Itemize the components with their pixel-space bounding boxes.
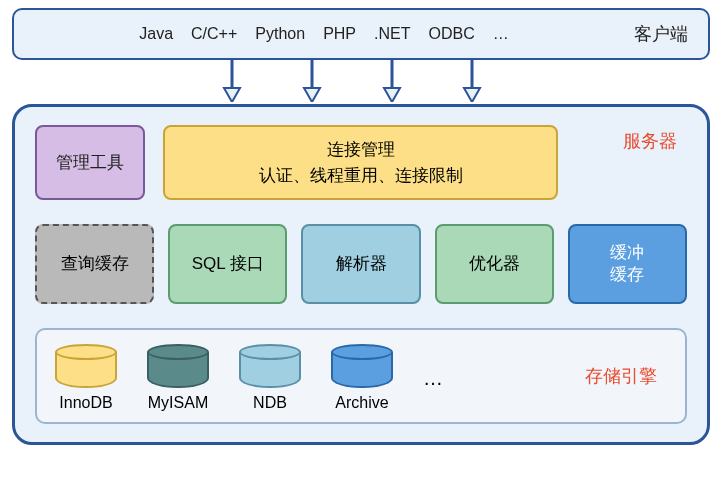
- arrows-row: [12, 60, 710, 104]
- engine-innodb: InnoDB: [55, 344, 117, 412]
- engine-label: InnoDB: [59, 394, 112, 412]
- client-title: 客户端: [634, 22, 688, 46]
- conn-mgr-desc: 认证、线程重用、连接限制: [259, 163, 463, 189]
- storage-layer: 存储引擎 InnoDB MyISAM NDB Archive …: [35, 328, 687, 424]
- lang-item: PHP: [323, 25, 356, 43]
- optimizer-box: 优化器: [435, 224, 554, 304]
- cylinder-icon: [147, 344, 209, 388]
- engine-myisam: MyISAM: [147, 344, 209, 412]
- lang-item: .NET: [374, 25, 410, 43]
- buffer-line1: 缓冲: [610, 242, 644, 264]
- management-tools-box: 管理工具: [35, 125, 145, 200]
- engine-ellipsis: …: [423, 367, 443, 412]
- sql-interface-box: SQL 接口: [168, 224, 287, 304]
- engine-label: NDB: [253, 394, 287, 412]
- lang-item: C/C++: [191, 25, 237, 43]
- buffer-cache-box: 缓冲 缓存: [568, 224, 687, 304]
- cylinder-icon: [55, 344, 117, 388]
- server-row-1: 管理工具 连接管理 认证、线程重用、连接限制: [35, 125, 687, 200]
- engines-row: InnoDB MyISAM NDB Archive …: [55, 344, 443, 412]
- lang-item: ODBC: [428, 25, 474, 43]
- lang-item: Java: [139, 25, 173, 43]
- lang-item: Python: [255, 25, 305, 43]
- arrow-down-icon: [222, 58, 242, 102]
- parser-box: 解析器: [301, 224, 420, 304]
- query-cache-box: 查询缓存: [35, 224, 154, 304]
- arrow-down-icon: [382, 58, 402, 102]
- svg-marker-5: [384, 88, 400, 102]
- connection-manager-box: 连接管理 认证、线程重用、连接限制: [163, 125, 558, 200]
- arrow-down-icon: [462, 58, 482, 102]
- storage-label: 存储引擎: [585, 364, 657, 388]
- engine-ndb: NDB: [239, 344, 301, 412]
- server-layer: 服务器 管理工具 连接管理 认证、线程重用、连接限制 查询缓存 SQL 接口 解…: [12, 104, 710, 445]
- arrow-down-icon: [302, 58, 322, 102]
- client-layer: Java C/C++ Python PHP .NET ODBC … 客户端: [12, 8, 710, 60]
- engine-label: MyISAM: [148, 394, 208, 412]
- engine-archive: Archive: [331, 344, 393, 412]
- server-row-2: 查询缓存 SQL 接口 解析器 优化器 缓冲 缓存: [35, 224, 687, 304]
- svg-marker-7: [464, 88, 480, 102]
- cylinder-icon: [331, 344, 393, 388]
- buffer-line2: 缓存: [610, 264, 644, 286]
- lang-ellipsis: …: [493, 25, 509, 43]
- svg-marker-3: [304, 88, 320, 102]
- engine-label: Archive: [335, 394, 388, 412]
- server-label: 服务器: [623, 129, 677, 153]
- cylinder-icon: [239, 344, 301, 388]
- conn-mgr-title: 连接管理: [327, 137, 395, 163]
- svg-marker-1: [224, 88, 240, 102]
- client-languages: Java C/C++ Python PHP .NET ODBC …: [34, 25, 614, 43]
